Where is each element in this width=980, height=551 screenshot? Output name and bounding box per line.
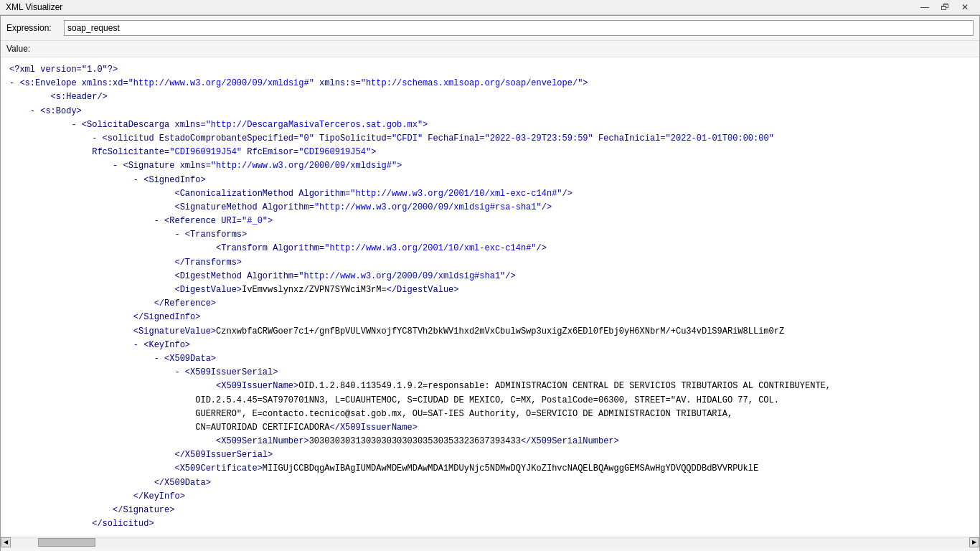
expression-label: Expression:: [6, 23, 64, 33]
expression-input[interactable]: [64, 20, 974, 36]
bottom-bar: Close: [1, 547, 979, 551]
scroll-left-arrow[interactable]: ◀: [1, 537, 11, 547]
value-label: Value:: [6, 44, 30, 54]
title-bar-title: XML Visualizer: [6, 2, 915, 12]
title-bar-controls: — 🗗 ✕: [915, 0, 974, 14]
minimize-button[interactable]: —: [915, 0, 934, 14]
horizontal-scrollbar[interactable]: ◀ ▶: [1, 537, 979, 547]
close-window-button[interactable]: ✕: [956, 0, 974, 14]
xml-content-area[interactable]: <?xml version="1.0"?> - <s:Envelope xmln…: [1, 57, 979, 537]
maximize-button[interactable]: 🗗: [936, 0, 954, 14]
value-row: Value:: [1, 41, 979, 57]
scroll-thumb[interactable]: [38, 538, 95, 547]
xml-text: <?xml version="1.0"?> - <s:Envelope xmln…: [9, 63, 971, 531]
expression-row: Expression:: [1, 16, 979, 41]
scroll-track: [11, 537, 969, 547]
main-window: Expression: Value: <?xml version="1.0"?>…: [0, 15, 980, 551]
title-bar: XML Visualizer — 🗗 ✕: [0, 0, 980, 15]
scroll-right-arrow[interactable]: ▶: [969, 537, 979, 547]
